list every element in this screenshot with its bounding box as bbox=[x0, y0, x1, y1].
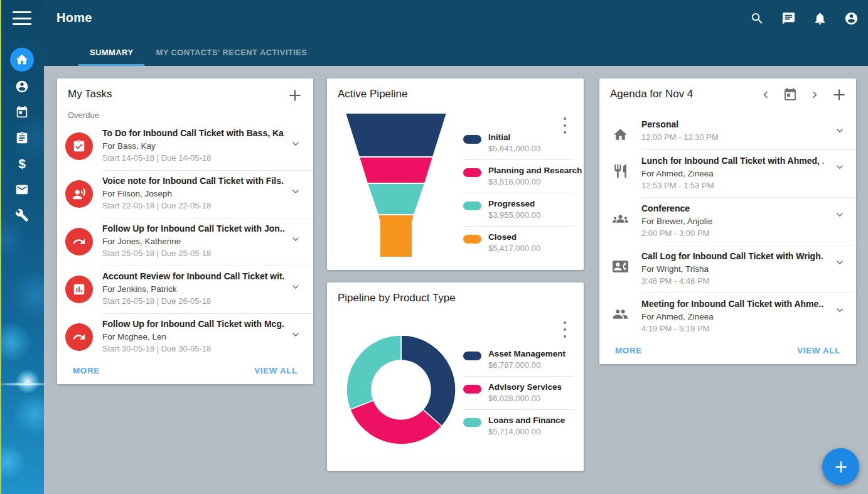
sidebar-item-contacts[interactable] bbox=[9, 73, 35, 99]
my-tasks-title: My Tasks bbox=[68, 88, 112, 100]
view-all-button[interactable]: VIEW ALL bbox=[254, 366, 297, 375]
event-contact: For Brewer, Anjolie bbox=[641, 217, 823, 226]
search-button[interactable] bbox=[747, 9, 766, 28]
expand-task-button[interactable] bbox=[289, 281, 302, 293]
tab-summary[interactable]: SUMMARY bbox=[78, 48, 144, 66]
kebab-menu-icon[interactable] bbox=[560, 321, 570, 338]
chat-button[interactable] bbox=[779, 9, 798, 28]
expand-task-button[interactable] bbox=[289, 185, 302, 198]
next-day-button[interactable] bbox=[806, 87, 823, 103]
donut-chart bbox=[345, 334, 457, 446]
task-list: To Do for Inbound Call Ticket with Bass,… bbox=[57, 122, 313, 361]
expand-task-button[interactable] bbox=[289, 137, 302, 150]
home-icon bbox=[611, 126, 630, 143]
task-title: To Do for Inbound Call Ticket with Bass,… bbox=[102, 128, 284, 138]
legend-value: $3,516,000.00 bbox=[488, 177, 574, 186]
bell-icon bbox=[813, 11, 827, 26]
agenda-row[interactable]: Lunch for Inbound Call Ticket with Ahmed… bbox=[599, 149, 856, 197]
legend-label: Loans and Finance bbox=[488, 416, 574, 425]
tab-recent-activities[interactable]: MY CONTACTS' RECENT ACTIVITIES bbox=[144, 48, 318, 66]
chevron-down-icon bbox=[833, 304, 846, 316]
task-dates: Start 14-05-18 | Due 14-05-18 bbox=[102, 153, 284, 163]
chat-icon bbox=[781, 11, 796, 26]
chevron-down-icon bbox=[289, 185, 302, 198]
funnel-segment-initial bbox=[345, 113, 447, 157]
task-title: Account Review for Inbound Call Ticket w… bbox=[102, 271, 284, 281]
sidebar-item-calendar[interactable] bbox=[9, 99, 35, 125]
legend-swatch bbox=[463, 385, 481, 394]
legend-value: $5,714,000.00 bbox=[488, 427, 574, 436]
expand-event-button[interactable] bbox=[833, 208, 846, 221]
follow-up-arrow-icon bbox=[65, 323, 93, 351]
calendar-picker-button[interactable] bbox=[782, 87, 798, 103]
legend-value: $3,955,000.00 bbox=[488, 210, 574, 220]
task-row[interactable]: Follow Up for Inbound Call Ticket with J… bbox=[57, 218, 313, 266]
legend-swatch bbox=[463, 135, 481, 144]
agenda-row[interactable]: Personal 12:00 PM - 12:30 PM bbox=[599, 113, 856, 149]
account-button[interactable] bbox=[842, 9, 860, 28]
agenda-row[interactable]: Call Log for Inbound Call Ticket with Wr… bbox=[599, 245, 856, 293]
bar-chart-icon bbox=[65, 276, 93, 303]
sidebar-item-tools[interactable] bbox=[9, 202, 35, 228]
task-row[interactable]: To Do for Inbound Call Ticket with Bass,… bbox=[57, 122, 313, 170]
wrench-icon bbox=[15, 208, 29, 222]
legend-value: $5,641,000.00 bbox=[488, 144, 574, 153]
expand-event-button[interactable] bbox=[833, 124, 846, 137]
view-all-button[interactable]: VIEW ALL bbox=[797, 346, 840, 355]
legend-swatch bbox=[463, 201, 481, 210]
agenda-title: Agenda for Nov 4 bbox=[610, 88, 693, 100]
task-row[interactable]: Follow Up for Inbound Call Ticket with M… bbox=[57, 313, 313, 361]
expand-task-button[interactable] bbox=[289, 328, 302, 341]
groups-icon bbox=[611, 210, 630, 227]
task-row[interactable]: Account Review for Inbound Call Ticket w… bbox=[57, 266, 313, 313]
legend-swatch bbox=[463, 235, 481, 244]
account-circle-icon bbox=[844, 11, 859, 26]
event-title: Call Log for Inbound Call Ticket with Wr… bbox=[641, 251, 823, 261]
notifications-button[interactable] bbox=[810, 9, 829, 28]
task-dates: Start 30-05-18 | Due 30-05-18 bbox=[102, 344, 284, 353]
hamburger-menu-icon[interactable] bbox=[13, 11, 31, 25]
chevron-left-icon bbox=[759, 88, 773, 102]
task-row[interactable]: Voice note for Inbound Call Ticket with … bbox=[57, 170, 313, 218]
more-button[interactable]: MORE bbox=[615, 346, 642, 355]
sidebar-item-home[interactable] bbox=[10, 48, 34, 72]
event-contact: For Ahmed, Zineea bbox=[641, 312, 823, 321]
voice-note-icon bbox=[65, 180, 93, 208]
event-title: Lunch for Inbound Call Ticket with Ahmed… bbox=[641, 156, 823, 166]
more-button[interactable]: MORE bbox=[73, 366, 100, 375]
sidebar-item-tasks[interactable] bbox=[9, 125, 35, 151]
legend-label: Progressed bbox=[488, 199, 574, 208]
expand-event-button[interactable] bbox=[833, 161, 846, 173]
add-event-button[interactable] bbox=[831, 87, 847, 103]
legend-swatch bbox=[463, 168, 481, 177]
task-contact: For Filson, Joseph bbox=[102, 189, 284, 198]
agenda-row[interactable]: Conference For Brewer, Anjolie 2:00 PM -… bbox=[599, 197, 856, 245]
previous-day-button[interactable] bbox=[758, 87, 774, 103]
sidebar-item-mail[interactable] bbox=[9, 176, 35, 202]
funnel-segment-closed bbox=[378, 215, 414, 257]
calendar-icon bbox=[15, 105, 29, 119]
expand-event-button[interactable] bbox=[833, 304, 846, 316]
plus-icon bbox=[833, 459, 849, 475]
people-icon bbox=[611, 305, 630, 323]
legend-item: Asset Management $6,787,000.00 bbox=[463, 343, 574, 376]
expand-event-button[interactable] bbox=[833, 256, 846, 269]
event-title: Conference bbox=[641, 203, 823, 213]
event-time: 12:53 PM - 1:53 PM bbox=[641, 181, 823, 190]
task-dates: Start 25-05-18 | Due 25-05-18 bbox=[102, 249, 284, 258]
add-task-button[interactable] bbox=[287, 87, 303, 104]
task-title: Follow Up for Inbound Call Ticket with M… bbox=[102, 319, 284, 329]
sidebar-item-sales[interactable]: $ bbox=[9, 151, 35, 176]
agenda-row[interactable]: Meeting for Inbound Call Ticket with Ahm… bbox=[599, 293, 856, 340]
clipboard-check-icon bbox=[65, 132, 93, 160]
plus-icon bbox=[287, 87, 303, 104]
expand-task-button[interactable] bbox=[289, 233, 302, 245]
legend-value: $6,028,000.00 bbox=[488, 394, 574, 403]
app-root: $ Home SUMMA bbox=[0, 0, 868, 494]
funnel-segment-planning bbox=[359, 157, 433, 183]
chevron-down-icon bbox=[833, 124, 846, 137]
fab-add-button[interactable] bbox=[822, 448, 859, 485]
legend-label: Initial bbox=[488, 132, 574, 142]
person-icon bbox=[15, 80, 29, 94]
agenda-controls bbox=[758, 87, 847, 103]
